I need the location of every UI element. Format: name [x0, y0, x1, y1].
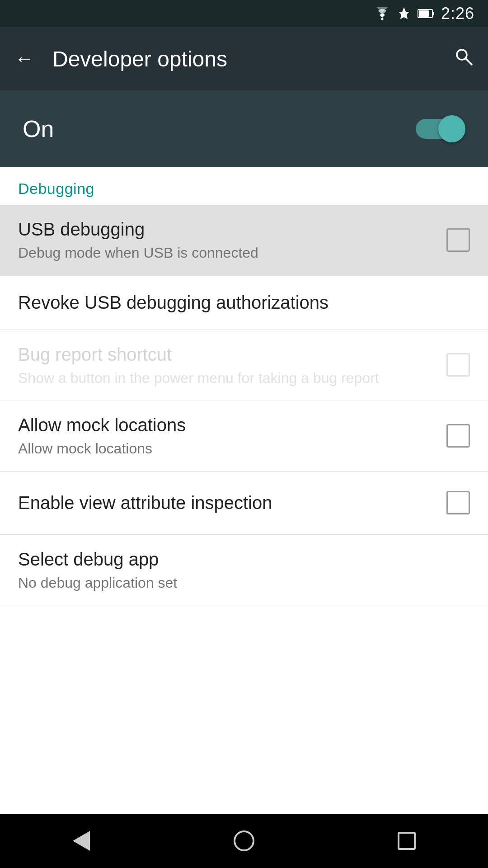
status-bar: 2:26 — [0, 0, 488, 27]
page-title: Developer options — [52, 47, 436, 71]
bug-report-title: Bug report shortcut — [18, 343, 437, 366]
nav-home-button[interactable] — [226, 827, 262, 854]
on-label: On — [23, 115, 54, 142]
bug-report-item: Bug report shortcut Show a button in the… — [0, 330, 488, 401]
debug-app-subtitle: No debug application set — [18, 574, 470, 593]
developer-options-toggle[interactable] — [416, 115, 465, 142]
view-attribute-text: Enable view attribute inspection — [18, 491, 437, 514]
usb-debugging-title: USB debugging — [18, 217, 437, 241]
bug-report-subtitle: Show a button in the power menu for taki… — [18, 369, 437, 388]
mock-locations-text: Allow mock locations Allow mock location… — [18, 413, 437, 458]
wifi-icon — [374, 7, 390, 20]
debug-app-item[interactable]: Select debug app No debug application se… — [0, 535, 488, 606]
mock-locations-title: Allow mock locations — [18, 413, 437, 437]
debug-app-title: Select debug app — [18, 547, 470, 571]
usb-debugging-checkbox[interactable] — [446, 228, 470, 252]
mock-locations-item[interactable]: Allow mock locations Allow mock location… — [0, 401, 488, 472]
view-attribute-item[interactable]: Enable view attribute inspection — [0, 472, 488, 535]
search-button[interactable] — [454, 47, 474, 71]
bug-report-text: Bug report shortcut Show a button in the… — [18, 343, 437, 388]
app-bar: ← Developer options — [0, 27, 488, 90]
on-toggle-section[interactable]: On — [0, 90, 488, 167]
revoke-usb-title: Revoke USB debugging authorizations — [18, 291, 470, 314]
svg-rect-2 — [432, 12, 434, 15]
bug-report-checkbox — [446, 353, 470, 377]
recents-nav-icon — [398, 832, 416, 850]
mock-locations-checkbox[interactable] — [446, 424, 470, 448]
view-attribute-checkbox[interactable] — [446, 491, 470, 514]
svg-line-5 — [465, 58, 472, 65]
back-nav-icon — [73, 831, 90, 851]
revoke-usb-text: Revoke USB debugging authorizations — [18, 291, 470, 314]
usb-debugging-subtitle: Debug mode when USB is connected — [18, 244, 437, 263]
svg-point-0 — [381, 18, 383, 20]
toggle-thumb — [438, 115, 465, 142]
usb-debugging-text: USB debugging Debug mode when USB is con… — [18, 217, 437, 263]
status-time: 2:26 — [441, 4, 474, 23]
debug-app-text: Select debug app No debug application se… — [18, 547, 470, 593]
usb-debugging-item[interactable]: USB debugging Debug mode when USB is con… — [0, 205, 488, 276]
airplane-icon — [397, 6, 411, 21]
nav-bar — [0, 814, 488, 868]
battery-icon — [418, 8, 435, 19]
svg-rect-3 — [419, 10, 429, 17]
status-icons: 2:26 — [374, 4, 474, 23]
content-area: Debugging USB debugging Debug mode when … — [0, 167, 488, 660]
nav-recents-button[interactable] — [389, 827, 425, 854]
home-nav-icon — [234, 830, 254, 851]
revoke-usb-item[interactable]: Revoke USB debugging authorizations — [0, 276, 488, 330]
nav-back-button[interactable] — [63, 827, 99, 854]
view-attribute-title: Enable view attribute inspection — [18, 491, 437, 514]
debugging-section-header: Debugging — [0, 167, 488, 205]
back-button[interactable]: ← — [14, 49, 34, 69]
mock-locations-subtitle: Allow mock locations — [18, 439, 437, 458]
debugging-label: Debugging — [18, 180, 94, 197]
